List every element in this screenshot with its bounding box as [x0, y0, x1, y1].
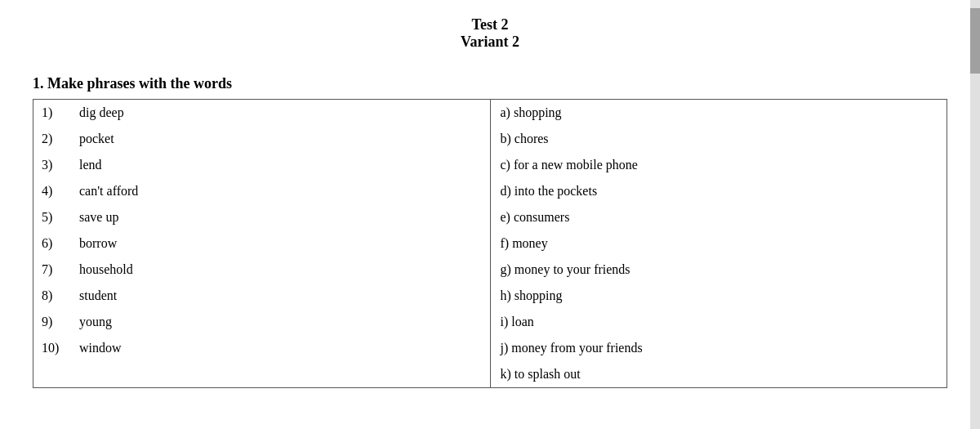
right-cell: k) to splash out: [490, 361, 947, 387]
item-text: borrow: [79, 234, 482, 253]
item-number: 4): [42, 181, 66, 201]
item-number: 2): [42, 129, 66, 149]
right-cell: g) money to your friends: [490, 257, 947, 283]
right-cell: e) consumers: [490, 204, 947, 230]
exercise-table: 1)dig deepa) shopping2)pocketb) chores3)…: [33, 99, 947, 388]
left-cell: 4)can't afford: [33, 178, 490, 204]
item-number: 6): [42, 234, 66, 253]
item-text: student: [79, 286, 482, 306]
right-cell: j) money from your friends: [490, 335, 947, 361]
right-cell: a) shopping: [490, 100, 947, 126]
table-row: 10)windowj) money from your friends: [33, 335, 947, 361]
item-number: 1): [42, 103, 66, 123]
item-number: 7): [42, 260, 66, 279]
table-row: 2)pocketb) chores: [33, 126, 947, 152]
left-cell: 6)borrow: [33, 230, 490, 257]
table-row: 3)lendc) for a new mobile phone: [33, 152, 947, 178]
table-row: 6)borrowf) money: [33, 230, 947, 257]
item-number: 10): [42, 338, 66, 358]
item-text: save up: [79, 208, 482, 227]
section-heading: 1. Make phrases with the words: [33, 75, 947, 92]
right-cell: h) shopping: [490, 283, 947, 309]
scrollbar-thumb[interactable]: [970, 8, 980, 74]
item-number: 8): [42, 286, 66, 306]
left-cell: 9)young: [33, 309, 490, 335]
right-cell: i) loan: [490, 309, 947, 335]
page-title: Test 2: [33, 16, 947, 34]
item-number: 5): [42, 208, 66, 227]
right-cell: d) into the pockets: [490, 178, 947, 204]
item-text: dig deep: [79, 103, 482, 123]
item-number: 3): [42, 155, 66, 175]
right-cell: b) chores: [490, 126, 947, 152]
left-cell: 3)lend: [33, 152, 490, 178]
left-cell: 10)window: [33, 335, 490, 361]
item-text: lend: [79, 155, 482, 175]
table-row: k) to splash out: [33, 361, 947, 387]
table-row: 8)studenth) shopping: [33, 283, 947, 309]
left-cell: 7)household: [33, 257, 490, 283]
left-cell: 2)pocket: [33, 126, 490, 152]
item-text: household: [79, 260, 482, 279]
table-row: 9)youngi) loan: [33, 309, 947, 335]
left-cell: 8)student: [33, 283, 490, 309]
item-text: window: [79, 338, 482, 358]
right-cell: c) for a new mobile phone: [490, 152, 947, 178]
left-cell: 1)dig deep: [33, 100, 490, 126]
item-text: young: [79, 312, 482, 332]
item-number: 9): [42, 312, 66, 332]
item-text: pocket: [79, 129, 482, 149]
left-cell: [33, 361, 490, 387]
right-cell: f) money: [490, 230, 947, 257]
left-cell: 5)save up: [33, 204, 490, 230]
table-row: 7)householdg) money to your friends: [33, 257, 947, 283]
page-header: Test 2 Variant 2: [33, 16, 947, 51]
table-row: 4)can't affordd) into the pockets: [33, 178, 947, 204]
page-subtitle: Variant 2: [33, 34, 947, 51]
table-row: 5)save upe) consumers: [33, 204, 947, 230]
item-text: can't afford: [79, 181, 482, 201]
scrollbar[interactable]: [970, 0, 980, 429]
table-row: 1)dig deepa) shopping: [33, 100, 947, 126]
